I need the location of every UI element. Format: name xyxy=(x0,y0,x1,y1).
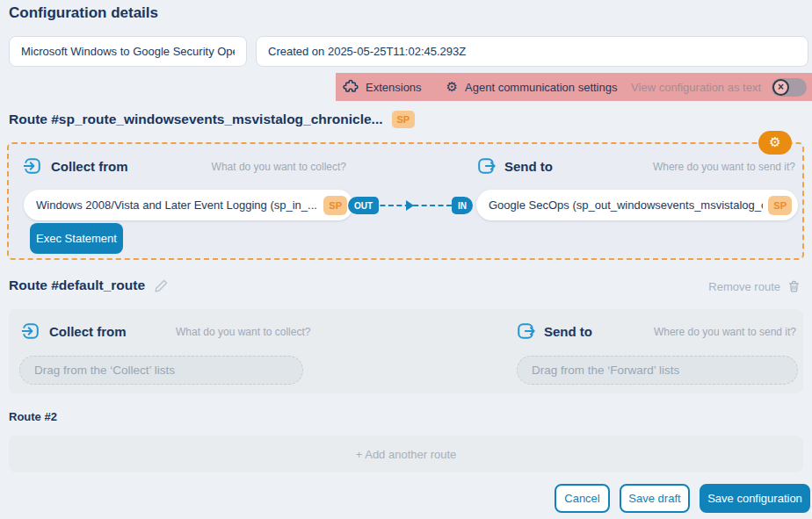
route-2-title: Route #2 xyxy=(9,410,57,423)
collect-hint: What do you want to collect? xyxy=(185,161,346,173)
view-as-text-toggle[interactable]: × xyxy=(772,78,807,97)
collect-source-sp-badge: SP xyxy=(323,196,347,215)
collect-from-title: Collect from xyxy=(49,324,127,339)
extensions-button[interactable]: Extensions xyxy=(343,79,422,95)
route-1-title: Route #sp_route_windowsevents_msvistalog… xyxy=(9,112,383,127)
agent-settings-button[interactable]: ⚙ Agent communication settings xyxy=(446,81,618,94)
remove-route-label: Remove route xyxy=(708,280,780,293)
route-default-card: Collect from What do you want to collect… xyxy=(9,309,803,393)
save-draft-button[interactable]: Save draft xyxy=(620,484,690,513)
collect-from-title: Collect from xyxy=(51,159,128,174)
send-to-header: Send to xyxy=(476,156,553,176)
connector-arrow-icon xyxy=(406,200,414,211)
send-to-icon xyxy=(476,156,496,176)
collect-source-item[interactable]: Windows 2008/Vista and Later Event Loggi… xyxy=(24,190,353,220)
send-destination-sp-badge: SP xyxy=(768,196,792,215)
save-configuration-button[interactable]: Save configuration xyxy=(700,484,810,513)
view-as-text-label: View configuration as text xyxy=(631,81,761,94)
extensions-label: Extensions xyxy=(366,81,422,94)
cancel-button[interactable]: Cancel xyxy=(555,484,610,513)
configuration-details-page: Configuration details Extensions ⚙ Agent… xyxy=(0,0,812,519)
send-destination-item[interactable]: Google SecOps (sp_out_windowsevents_msvi… xyxy=(476,190,798,220)
route-1-card: ⚙ Collect from What do you want to colle… xyxy=(7,142,804,260)
send-to-icon xyxy=(516,321,535,341)
agent-settings-label: Agent communication settings xyxy=(465,81,617,94)
gear-icon: ⚙ xyxy=(446,81,458,94)
config-name-input[interactable] xyxy=(9,36,247,67)
edit-route-name-icon[interactable] xyxy=(154,278,169,293)
collect-from-icon xyxy=(21,321,40,341)
trash-icon xyxy=(787,279,801,293)
exec-statement-button[interactable]: Exec Statement xyxy=(30,223,123,254)
forward-drop-zone[interactable]: Drag from the ‘Forward’ lists xyxy=(517,356,798,385)
route-default-title: Route #default_route xyxy=(9,278,145,293)
send-to-title: Send to xyxy=(504,159,553,174)
collect-from-icon xyxy=(23,156,42,176)
collect-from-header: Collect from xyxy=(21,321,127,341)
collect-hint: What do you want to collect? xyxy=(176,326,305,338)
send-hint: Where do you want to send it? xyxy=(653,161,795,173)
route-settings-button[interactable]: ⚙ xyxy=(758,131,792,155)
toggle-off-x-icon: × xyxy=(772,79,789,96)
in-port-badge: IN xyxy=(452,197,473,214)
route-1-sp-badge: SP xyxy=(392,111,416,128)
send-to-header: Send to xyxy=(516,321,592,341)
config-created-input[interactable] xyxy=(256,36,808,67)
page-title: Configuration details xyxy=(9,4,158,22)
add-another-route-button[interactable]: + Add another route xyxy=(9,436,803,472)
route-1-heading: Route #sp_route_windowsevents_msvistalog… xyxy=(9,111,415,128)
toolbar-banner: Extensions ⚙ Agent communication setting… xyxy=(336,73,812,101)
collect-drop-zone[interactable]: Drag from the ‘Collect’ lists xyxy=(19,356,303,385)
remove-route-button[interactable]: Remove route xyxy=(708,279,801,293)
route-default-heading: Route #default_route xyxy=(9,278,169,293)
send-hint: Where do you want to send it? xyxy=(654,326,796,338)
send-destination-label: Google SecOps (sp_out_windowsevents_msvi… xyxy=(489,198,763,212)
collect-source-label: Windows 2008/Vista and Later Event Loggi… xyxy=(36,198,318,212)
extensions-icon xyxy=(343,79,359,95)
gear-icon: ⚙ xyxy=(769,136,780,149)
collect-from-header: Collect from xyxy=(23,156,128,176)
send-to-title: Send to xyxy=(544,324,592,339)
